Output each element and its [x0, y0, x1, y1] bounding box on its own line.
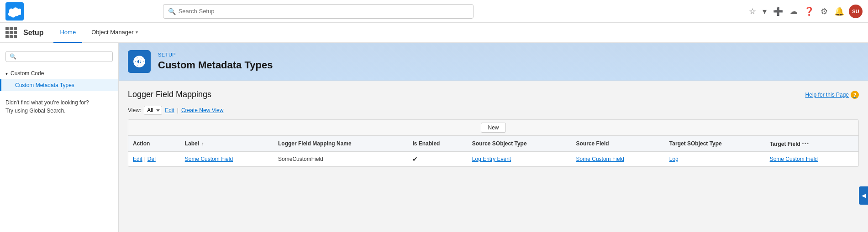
search-input[interactable]: Search Setup — [179, 8, 468, 15]
new-button-row: New — [128, 120, 858, 136]
nav-tab-home[interactable]: Home — [53, 23, 82, 43]
page-header: SETUP Custom Metadata Types — [119, 43, 868, 81]
sidebar-group-custom-code[interactable]: ▾ Custom Code — [0, 67, 118, 79]
chevron-down-icon: ▾ — [5, 71, 8, 76]
column-action: Action — [128, 136, 180, 152]
more-columns-icon[interactable]: ··· — [802, 139, 809, 147]
del-link[interactable]: Del — [147, 156, 156, 162]
gear-icon[interactable]: ⚙ — [819, 5, 830, 18]
records-table: Action Label ↑ Logger Field Mapping Name… — [128, 136, 858, 166]
action-links: Edit | Del — [133, 156, 176, 162]
nav-tab-object-manager[interactable]: Object Manager ▾ — [85, 23, 144, 43]
cell-action: Edit | Del — [128, 152, 180, 167]
sort-arrow-icon: ↑ — [201, 141, 204, 146]
cell-is-enabled: ✔ — [408, 152, 467, 167]
section-title: Logger Field Mappings — [128, 90, 211, 99]
cell-source-sobject: Log Entry Event — [468, 152, 572, 167]
column-source-field: Source Field — [572, 136, 665, 152]
pipe-separator: | — [177, 107, 179, 113]
setup-title: Setup — [23, 29, 43, 37]
table-row: Edit | Del Some Custom Field SomeCustomF… — [128, 152, 858, 167]
page-header-title: Custom Metadata Types — [158, 59, 273, 71]
top-nav-right-icons: ☆ ▾ ➕ ☁ ❓ ⚙ 🔔 SU — [747, 5, 863, 18]
salesforce-logo — [5, 2, 24, 21]
checkmark-icon: ✔ — [412, 155, 418, 163]
scroll-handle[interactable]: ◀ — [859, 186, 868, 205]
chevron-down-icon: ▾ — [136, 30, 138, 35]
column-is-enabled: Is Enabled — [408, 136, 467, 152]
view-select[interactable]: All — [144, 106, 162, 115]
view-label: View: — [128, 107, 141, 113]
target-sobject-link[interactable]: Log — [669, 156, 679, 162]
view-bar: View: All Edit | Create New View — [128, 106, 859, 115]
bell-icon[interactable]: 🔔 — [832, 5, 846, 18]
cell-mapping-name: SomeCustomField — [274, 152, 408, 167]
favorites-icon[interactable]: ☆ — [747, 5, 758, 18]
page-header-icon — [128, 50, 151, 73]
source-sobject-link[interactable]: Log Entry Event — [472, 156, 511, 162]
column-label: Label ↑ — [180, 136, 274, 152]
search-icon: 🔍 — [168, 8, 176, 15]
help-for-page-link[interactable]: Help for this Page ? — [805, 91, 859, 99]
global-search-bar[interactable]: 🔍 Search Setup — [163, 4, 473, 19]
column-source-sobject: Source SObject Type — [468, 136, 572, 152]
column-mapping-name: Logger Field Mapping Name — [274, 136, 408, 152]
label-link[interactable]: Some Custom Field — [185, 156, 233, 162]
sidebar: 🔍 meta ▾ Custom Code Custom Metadata Typ… — [0, 43, 119, 232]
help-icon[interactable]: ❓ — [802, 5, 816, 18]
second-navigation: Setup Home Object Manager ▾ — [0, 23, 868, 43]
top-navigation: 🔍 Search Setup ☆ ▾ ➕ ☁ ❓ ⚙ 🔔 SU — [0, 0, 868, 23]
page-header-setup-label: SETUP — [158, 52, 273, 57]
content-section: Logger Field Mappings Help for this Page… — [119, 81, 868, 176]
sidebar-group-label: Custom Code — [11, 70, 44, 77]
sidebar-search-icon: 🔍 — [10, 53, 16, 60]
sidebar-not-found-message: Didn't find what you're looking for? Try… — [0, 93, 118, 120]
sidebar-section-custom-code: ▾ Custom Code Custom Metadata Types — [0, 66, 118, 93]
app-launcher-icon[interactable] — [5, 27, 17, 38]
scroll-left-icon: ◀ — [862, 192, 866, 199]
edit-view-link[interactable]: Edit — [165, 107, 174, 113]
section-header: Logger Field Mappings Help for this Page… — [128, 90, 859, 99]
source-field-link[interactable]: Some Custom Field — [576, 156, 624, 162]
sidebar-item-custom-metadata-types[interactable]: Custom Metadata Types — [0, 79, 118, 91]
sidebar-search[interactable]: 🔍 meta — [5, 51, 113, 62]
content-area: SETUP Custom Metadata Types Logger Field… — [119, 43, 868, 232]
table-header-row: Action Label ↑ Logger Field Mapping Name… — [128, 136, 858, 152]
edit-link[interactable]: Edit — [133, 156, 142, 162]
table-container: New Action Label ↑ Logger Field Mapping … — [128, 119, 859, 167]
cell-target-field: Some Custom Field — [765, 152, 858, 167]
page-header-text: SETUP Custom Metadata Types — [158, 52, 273, 71]
avatar[interactable]: SU — [849, 5, 863, 18]
cloud-icon[interactable]: ☁ — [788, 5, 800, 18]
action-separator: | — [144, 156, 146, 162]
new-button[interactable]: New — [481, 123, 505, 133]
create-new-view-link[interactable]: Create New View — [181, 107, 223, 113]
add-icon[interactable]: ➕ — [771, 5, 785, 18]
cell-source-field: Some Custom Field — [572, 152, 665, 167]
target-field-link[interactable]: Some Custom Field — [770, 156, 818, 162]
cell-label: Some Custom Field — [180, 152, 274, 167]
column-target-field: Target Field ··· — [765, 136, 858, 152]
main-layout: 🔍 meta ▾ Custom Code Custom Metadata Typ… — [0, 43, 868, 232]
help-circle-icon: ? — [851, 91, 859, 99]
cell-target-sobject: Log — [665, 152, 765, 167]
sidebar-search-input[interactable]: meta — [18, 53, 109, 60]
favorites-dropdown-icon[interactable]: ▾ — [761, 5, 768, 18]
column-target-sobject: Target SObject Type — [665, 136, 765, 152]
